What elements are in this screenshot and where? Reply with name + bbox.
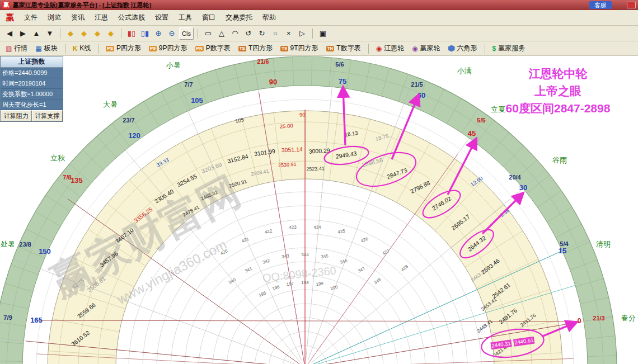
calc-button[interactable]: 计算阻力 <box>1 110 32 121</box>
menu-item[interactable]: 帮助 <box>262 13 276 22</box>
degree-label: 150 <box>39 247 51 256</box>
up-icon[interactable]: ▲ <box>30 27 43 40</box>
9p-square-button[interactable]: P99P四方形 <box>146 42 190 54</box>
p-table-button[interactable]: PNP数字表 <box>192 42 234 54</box>
rotate-left-icon[interactable]: ↺ <box>242 27 255 40</box>
winner-service-label: 赢家服务 <box>498 44 525 53</box>
inner-number: 343 <box>282 253 290 259</box>
t-square-label: T四方形 <box>248 44 273 53</box>
p-table-icon: PN <box>195 46 204 51</box>
t-table-icon: TN <box>326 46 335 51</box>
date-label: 7/7 <box>184 81 193 88</box>
date-label: 5/6 <box>335 61 344 68</box>
gann-diamond-4-icon[interactable]: ◆ <box>105 27 117 40</box>
menu-item[interactable]: 浏览 <box>48 13 61 22</box>
index-name: 上证指数 <box>1 56 63 68</box>
degree-label: 120 <box>128 131 140 140</box>
panel-field: 变换系数=1.00000 <box>1 89 63 100</box>
solar-term-label: 小暑 <box>166 61 181 69</box>
forward-icon[interactable]: ▶ <box>17 27 29 40</box>
toolbar-separator <box>485 44 485 54</box>
menu-item[interactable]: 窗口 <box>202 13 215 22</box>
cross-tool-icon[interactable]: × <box>283 27 295 40</box>
degree-label: 75 <box>339 77 346 86</box>
back-icon[interactable]: ◀ <box>3 27 16 40</box>
gann-wheel-icon: ◉ <box>376 45 382 52</box>
9t-square-icon: T9 <box>280 46 288 51</box>
hexagon-label: 六角形 <box>457 44 477 53</box>
hexagon-button[interactable]: 六角形 <box>445 42 481 54</box>
date-label: 21/6 <box>257 58 269 65</box>
menu-item[interactable]: 江恩 <box>95 13 108 22</box>
t-table-button[interactable]: TNT数字表 <box>323 42 364 54</box>
toolbar-separator <box>368 44 369 54</box>
down-icon[interactable]: ▼ <box>44 27 56 40</box>
panel-field: 价格=2440.9099 <box>1 68 63 78</box>
panel-buttons: 计算阻力计算支撑 <box>1 110 63 121</box>
degree-label: 45 <box>468 129 476 138</box>
date-label: 23/8 <box>19 241 31 248</box>
cls-icon[interactable]: Cls <box>179 27 194 40</box>
menu-item[interactable]: 资讯 <box>71 13 85 22</box>
p-square-label: P四方形 <box>116 44 141 53</box>
title-bar: 赢 赢家江恩专业版[赢家服务平台] - [上证指数 江恩轮] 客服 <box>0 0 638 10</box>
degree-label: 105 <box>191 96 203 105</box>
toolbar-separator <box>60 29 60 39</box>
customer-service-button[interactable]: 客服 <box>589 1 612 9</box>
arc-tool-icon[interactable]: ◠ <box>229 27 241 40</box>
callout-tool-icon[interactable]: ▣ <box>317 27 329 40</box>
scale-label: 90 <box>299 111 306 117</box>
menu-item[interactable]: 公式选股 <box>118 13 145 22</box>
scale-label: 25.00 <box>280 122 293 129</box>
solar-term-label: 清明 <box>596 240 611 248</box>
kline-blue-icon[interactable]: ▯▮ <box>139 27 151 40</box>
inner-number: 423 <box>289 225 297 230</box>
inner-number: 344 <box>301 252 309 257</box>
price-fine-label: 2523.41 <box>306 166 325 172</box>
degree-label: 60 <box>417 91 425 100</box>
menu-item[interactable]: 工具 <box>179 13 192 22</box>
toolbar-separator <box>98 44 98 54</box>
9t-square-button[interactable]: T99T四方形 <box>277 42 321 54</box>
select-rect-icon[interactable]: ▭ <box>202 27 214 40</box>
kline-red-icon[interactable]: ▮▯ <box>125 27 138 40</box>
solar-term-label: 春分 <box>621 314 636 322</box>
menu-item[interactable]: 文件 <box>24 13 37 22</box>
gann-wheel-button[interactable]: ◉江恩轮 <box>373 42 407 54</box>
kline-icon: K <box>73 45 78 52</box>
gann-diamond-1-icon[interactable]: ◆ <box>64 27 77 40</box>
inner-number: 198 <box>301 280 309 285</box>
zoom-out-icon[interactable]: ⊖ <box>166 27 178 40</box>
menu-item[interactable]: 设置 <box>155 13 168 22</box>
p-square-button[interactable]: PSP四方形 <box>102 42 144 54</box>
gann-diamond-3-icon[interactable]: ◆ <box>91 27 104 40</box>
degree-label: 135 <box>71 176 83 185</box>
date-label: 21/5 <box>411 81 423 88</box>
menu-items: 文件浏览资讯江恩公式选股设置工具窗口交易委托帮助 <box>24 13 276 22</box>
winner-service-button[interactable]: $赢家服务 <box>489 42 529 54</box>
panel-field: 周天变化步长=1 <box>1 100 63 110</box>
calc-button[interactable]: 计算支撑 <box>32 110 63 121</box>
t-square-button[interactable]: TST四方形 <box>235 42 276 54</box>
p-table-label: P数字表 <box>206 44 231 53</box>
circle-tool-icon[interactable]: ○ <box>269 27 282 40</box>
pointer-tool-icon[interactable]: ▷ <box>296 27 308 40</box>
toolbar-separator <box>65 44 65 54</box>
solar-term-label: 处暑 <box>1 240 15 248</box>
kline-button[interactable]: KK线 <box>69 42 95 54</box>
menu-item[interactable]: 交易委托 <box>226 13 252 22</box>
winner-wheel-label: 赢家轮 <box>420 44 440 53</box>
sectors-button[interactable]: ▦板块 <box>32 42 60 54</box>
triangle-tool-icon[interactable]: △ <box>215 27 228 40</box>
inner-number: 345 <box>321 253 329 259</box>
toolbar-separator <box>312 29 313 39</box>
winner-wheel-button[interactable]: ◉赢家轮 <box>409 42 443 54</box>
degree-label: 0 <box>577 316 581 325</box>
app-logo-icon: 赢 <box>6 12 14 23</box>
app-icon: 赢 <box>2 2 10 9</box>
quotes-button[interactable]: ▥行情 <box>2 42 31 54</box>
date-label: 20/4 <box>509 174 521 181</box>
gann-diamond-2-icon[interactable]: ◆ <box>78 27 90 40</box>
zoom-in-icon[interactable]: ⊕ <box>152 27 165 40</box>
rotate-right-icon[interactable]: ↻ <box>256 27 268 40</box>
